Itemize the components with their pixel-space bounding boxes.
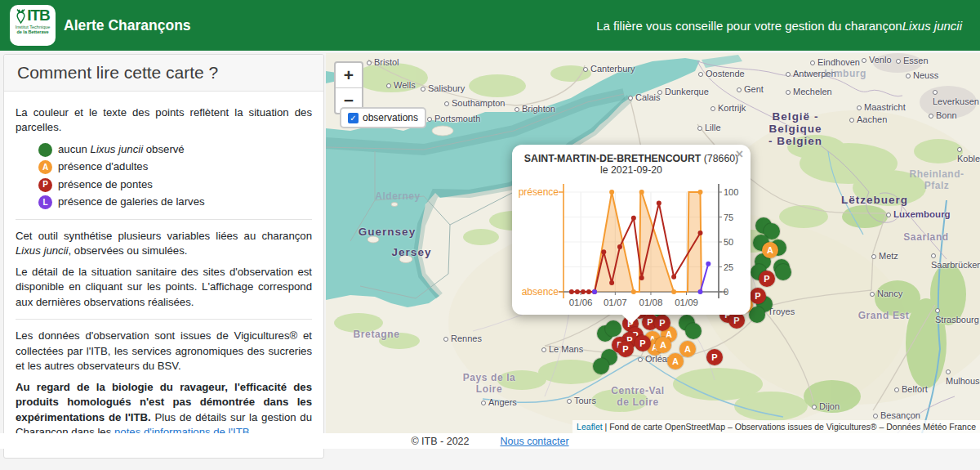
sidebar-intro: La couleur et le texte des points reflèt… [16, 105, 312, 136]
app-header: ITB Institut Technique de la Betterave A… [0, 0, 980, 51]
map-marker-P[interactable]: P [728, 312, 745, 329]
sidebar-para1: Cet outil synthétise plusieurs variables… [16, 229, 312, 259]
svg-text:25: 25 [724, 262, 733, 272]
legend-item: Pprésence de pontes [38, 177, 312, 192]
page-footer: © ITB - 2022 Nous contacter [0, 433, 980, 449]
map-marker-P[interactable]: P [635, 335, 651, 351]
popup-title: SAINT-MARTIN-DE-BRETHENCOURT (78660) le … [520, 153, 742, 176]
map-marker-none[interactable] [593, 358, 609, 374]
site-popup: × SAINT-MARTIN-DE-BRETHENCOURT (78660) l… [512, 145, 751, 315]
legend-dot-icon: A [38, 160, 52, 174]
map-container[interactable]: BristolWellsSalisburySouthamptonPortsmou… [326, 53, 980, 433]
tagline-species: Lixus juncii [902, 19, 962, 33]
divider [16, 219, 312, 220]
contact-link[interactable]: Nous contacter [500, 436, 568, 447]
sidebar-para4: Au regard de la biologie du ravageur, l'… [16, 380, 312, 441]
map-marker-none[interactable] [775, 264, 791, 280]
divider [16, 319, 312, 320]
legend-label: présence d'adultes [58, 159, 148, 174]
legend-label: présence de pontes [58, 177, 153, 192]
map-marker-A[interactable]: A [762, 242, 778, 258]
legend-dot-icon: L [38, 195, 52, 209]
legend-label: présence de galeries de larves [58, 195, 205, 209]
legend-label: aucun Lixus juncii observé [58, 142, 185, 157]
svg-text:01/06: 01/06 [569, 298, 593, 307]
svg-text:01/07: 01/07 [604, 298, 627, 307]
popup-close-icon[interactable]: × [736, 148, 743, 161]
svg-text:0: 0 [724, 287, 728, 297]
tagline-text: La filière vous conseille pour votre ges… [596, 19, 902, 33]
observations-label: observations [363, 112, 418, 123]
legend-list: aucun Lixus juncii observéAprésence d'ad… [38, 142, 312, 210]
zoom-in-button[interactable]: + [336, 63, 362, 87]
map-marker-P[interactable]: P [750, 288, 766, 304]
svg-text:75: 75 [724, 213, 733, 222]
map-marker-P[interactable]: P [617, 341, 634, 357]
legend-dot-icon: P [38, 178, 52, 192]
map-marker-P[interactable]: P [706, 349, 723, 365]
logo-abbr: ITB [27, 7, 50, 25]
observations-checkbox[interactable]: ✓ [348, 113, 359, 123]
legend-item: Aprésence d'adultes [38, 159, 312, 174]
legend-item: aucun Lixus juncii observé [38, 142, 312, 157]
map-marker-P[interactable]: P [759, 271, 775, 287]
svg-text:100: 100 [724, 187, 738, 197]
legend-dot-icon [38, 143, 52, 157]
beet-icon [16, 8, 26, 24]
sidebar-para3: Les données d'observation sont issues de… [16, 329, 312, 374]
svg-text:présence: présence [519, 186, 559, 198]
header-tagline: La filière vous conseille pour votre ges… [596, 0, 962, 51]
leaflet-link[interactable]: Leaflet [577, 422, 603, 432]
layers-control[interactable]: ✓ observations [340, 107, 426, 128]
attribution-text: | Fond de carte OpenStreetMap – Observat… [603, 422, 976, 432]
svg-text:01/09: 01/09 [675, 298, 698, 307]
map-marker-none[interactable] [605, 320, 621, 337]
sidebar-title: Comment lire cette carte ? [4, 55, 323, 92]
map-marker-A[interactable]: A [655, 337, 671, 353]
map-attribution: Leaflet | Fond de carte OpenStreetMap – … [572, 420, 980, 433]
map-marker-A[interactable]: A [679, 341, 696, 357]
map-marker-A[interactable]: A [667, 353, 684, 369]
sidebar-card: Comment lire cette carte ? La couleur et… [3, 54, 324, 459]
app-title: Alerte Charançons [64, 17, 191, 34]
svg-text:50: 50 [724, 237, 733, 247]
popup-chart: 025507510001/0601/0701/0801/09présenceab… [513, 177, 750, 311]
map-marker-none[interactable] [685, 323, 702, 339]
sidebar-para2: Le détail de la situation sanitaire des … [16, 265, 312, 310]
svg-text:absence: absence [522, 286, 559, 298]
itb-logo[interactable]: ITB Institut Technique de la Betterave [10, 5, 56, 46]
copyright: © ITB - 2022 [411, 436, 469, 447]
legend-item: Lprésence de galeries de larves [38, 195, 312, 209]
map-marker-P[interactable]: P [654, 315, 670, 331]
svg-text:01/08: 01/08 [639, 298, 663, 307]
logo-line2: de la Betterave [13, 29, 52, 34]
